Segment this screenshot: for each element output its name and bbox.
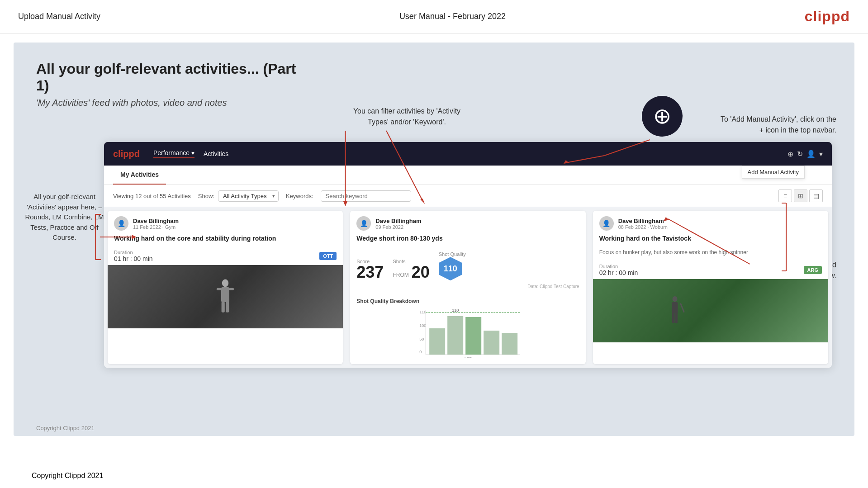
- viewing-label: Viewing 12 out of 55 Activities: [113, 193, 191, 199]
- nav-performance-label: Performance: [153, 149, 190, 156]
- card-scores: Score 237 Shots FROM 20 Shot Quality: [350, 247, 585, 294]
- svg-rect-2: [217, 288, 222, 290]
- top-bar: Upload Manual Activity User Manual - Feb…: [0, 0, 868, 33]
- refresh-icon[interactable]: ↻: [797, 150, 803, 158]
- chart-container: 110 100 50 0: [356, 308, 579, 360]
- scores-row: Score 237 Shots FROM 20 Shot Quality: [356, 251, 579, 280]
- user-name-2: Dave Billingham: [375, 218, 421, 224]
- svg-rect-23: [672, 313, 675, 323]
- nav-activities-label: Activities: [204, 150, 228, 157]
- copyright-footer: Copyright Clippd 2021: [32, 472, 103, 480]
- dropdown-icon: ▾: [819, 150, 823, 158]
- svg-rect-4: [222, 302, 225, 313]
- activity-type-select-wrapper[interactable]: All Activity Types: [218, 190, 279, 202]
- app-navbar: clippd Performance ▾ Activities ⊕ ↻ 👤 ▾ …: [104, 142, 832, 166]
- manual-title: User Manual - February 2022: [399, 12, 506, 21]
- header-section: All your golf-relevant activities... (Pa…: [36, 61, 308, 108]
- avatar-3: 👤: [599, 216, 614, 231]
- sq-value: 110: [444, 264, 457, 274]
- activity-card-tavistock: 👤 Dave Billingham 08 Feb 2022 · Woburn W…: [593, 211, 828, 364]
- card-tag-ott: OTT: [319, 252, 337, 260]
- svg-text:APP: APP: [464, 356, 472, 358]
- app-logo: clippd: [113, 149, 140, 159]
- svg-rect-24: [675, 313, 678, 323]
- svg-rect-13: [447, 316, 463, 355]
- bar-chart-svg: 110 100 50 0: [356, 308, 579, 358]
- tab-my-activities[interactable]: My Activities: [113, 166, 166, 185]
- user-meta-3: 08 Feb 2022 · Woburn: [618, 224, 668, 230]
- activity-type-select[interactable]: All Activity Types: [218, 190, 279, 202]
- svg-rect-15: [484, 331, 499, 355]
- activity-card: 👤 Dave Billingham 11 Feb 2022 · Gym Work…: [108, 211, 343, 364]
- svg-text:100: 100: [419, 323, 426, 328]
- score-item: Score 237: [356, 259, 384, 280]
- shots-from: FROM: [393, 272, 408, 278]
- clippd-logo: clippd: [805, 8, 850, 25]
- keywords-label: Keywords:: [286, 193, 313, 199]
- nav-activities[interactable]: Activities: [204, 149, 228, 158]
- page-subheadline: 'My Activities' feed with photos, video …: [36, 98, 308, 108]
- svg-text:110: 110: [452, 308, 459, 313]
- app-mockup: clippd Performance ▾ Activities ⊕ ↻ 👤 ▾ …: [104, 142, 832, 368]
- sq-item: Shot Quality 110: [439, 251, 466, 280]
- shots-value: 20: [412, 264, 430, 280]
- grid-view-btn[interactable]: ⊞: [794, 190, 807, 202]
- user-info-3: Dave Billingham 08 Feb 2022 · Woburn: [618, 218, 668, 230]
- show-filter: Show: All Activity Types: [198, 190, 279, 202]
- add-activity-button[interactable]: ⊕: [642, 96, 683, 137]
- filter-bar: Viewing 12 out of 55 Activities Show: Al…: [104, 185, 832, 207]
- user-meta: 11 Feb 2022 · Gym: [133, 224, 179, 230]
- user-icon[interactable]: 👤: [806, 150, 816, 158]
- svg-rect-14: [465, 317, 481, 355]
- app-tabs: My Activities: [104, 166, 832, 185]
- card-view-btn[interactable]: ▤: [809, 190, 823, 202]
- golfer-svg: [664, 281, 686, 340]
- card-image-golf: [593, 279, 828, 342]
- data-source: Data: Clippd Test Capture: [356, 284, 579, 289]
- card-duration-row: Duration 01 hr : 00 min OTT: [108, 247, 343, 265]
- add-callout-text: To 'Add Manual Activity', click on the +…: [721, 115, 836, 134]
- user-info-2: Dave Billingham 09 Feb 2022: [375, 218, 421, 230]
- avatar: 👤: [114, 216, 128, 231]
- keyword-input[interactable]: [321, 190, 411, 202]
- card-duration-row-3: Duration 02 hr : 00 min ARG: [593, 261, 828, 279]
- user-name-3: Dave Billingham: [618, 218, 668, 224]
- filter-callout: You can filter activities by 'Activity T…: [344, 106, 470, 128]
- duration-value-3: 02 hr : 00 min: [599, 269, 638, 276]
- svg-point-0: [222, 280, 228, 287]
- plus-icon: ⊕: [653, 105, 671, 127]
- svg-rect-21: [672, 302, 678, 313]
- app-nav: Performance ▾ Activities: [153, 149, 228, 158]
- svg-text:110: 110: [419, 310, 426, 314]
- score-value: 237: [356, 264, 384, 280]
- card-title-3: Working hard on the Tavistock: [593, 234, 828, 247]
- duration-info: Duration 01 hr : 00 min: [114, 250, 153, 262]
- duration-label: Duration: [114, 250, 153, 255]
- copyright: Copyright Clippd 2021: [36, 425, 95, 431]
- show-label: Show:: [198, 193, 214, 199]
- card-header-3: 👤 Dave Billingham 08 Feb 2022 · Woburn: [593, 211, 828, 234]
- avatar-2: 👤: [356, 216, 371, 231]
- list-view-btn[interactable]: ≡: [778, 190, 792, 202]
- chart-section: Shot Quality Breakdown 110 100 50 0: [350, 294, 585, 364]
- add-callout: To 'Add Manual Activity', click on the +…: [719, 114, 836, 136]
- card-title: Working hard on the core and stability d…: [108, 234, 343, 247]
- svg-rect-1: [221, 287, 229, 302]
- nav-performance[interactable]: Performance ▾: [153, 149, 194, 158]
- svg-text:50: 50: [419, 337, 424, 341]
- svg-rect-16: [502, 333, 517, 355]
- gym-person-svg: [212, 265, 239, 328]
- app-nav-right: ⊕ ↻ 👤 ▾: [787, 150, 823, 158]
- card-tag-arg: ARG: [804, 266, 822, 274]
- duration-label-3: Duration: [599, 264, 638, 269]
- add-nav-icon[interactable]: ⊕: [787, 150, 793, 158]
- svg-rect-3: [229, 288, 234, 290]
- page-headline: All your golf-relevant activities... (Pa…: [36, 61, 308, 94]
- main-content: All your golf-relevant activities... (Pa…: [14, 43, 854, 436]
- add-manual-tooltip: Add Manual Activity: [742, 166, 805, 179]
- svg-point-20: [672, 296, 677, 302]
- duration-info-3: Duration 02 hr : 00 min: [599, 264, 638, 276]
- sq-label: Shot Quality: [439, 251, 466, 257]
- filter-callout-text: You can filter activities by 'Activity T…: [353, 107, 460, 126]
- chevron-down-icon: ▾: [191, 149, 194, 156]
